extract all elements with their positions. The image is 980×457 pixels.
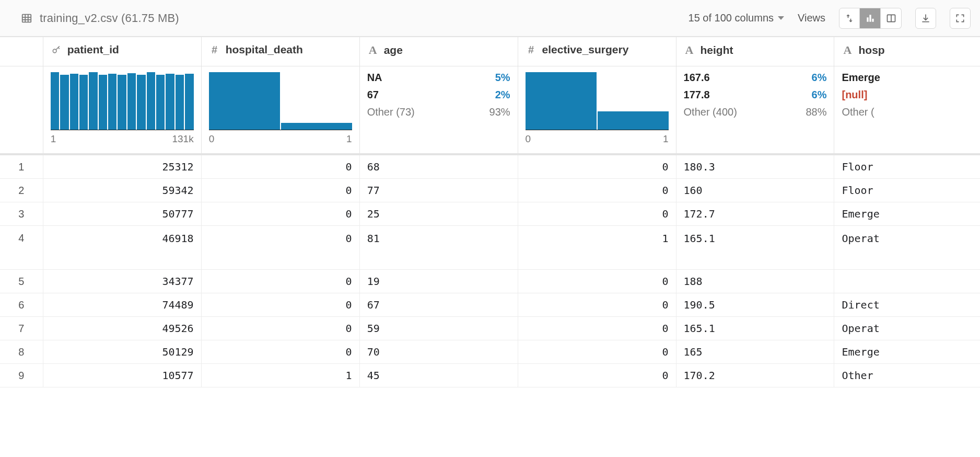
column-header-elective_surgery[interactable]: #elective_surgery	[518, 37, 676, 66]
table-row: 7495260590165.1Operat	[0, 317, 980, 340]
data-grid: patient_id#hospital_deathAage#elective_s…	[0, 37, 980, 387]
cell-hosp[interactable]: Emerge	[834, 202, 980, 226]
axis-min: 0	[209, 133, 215, 145]
cell-height[interactable]: 170.2	[676, 364, 834, 387]
cell-age[interactable]: 81	[359, 226, 518, 270]
top-value: 167.6	[684, 72, 710, 84]
top-value: 177.8	[684, 89, 710, 101]
column-header-age[interactable]: Aage	[359, 37, 518, 66]
cell-age[interactable]: 59	[359, 317, 518, 340]
cell-age[interactable]: 25	[359, 202, 518, 226]
cell-height[interactable]: 165.1	[676, 317, 834, 340]
row-number: 2	[0, 179, 43, 202]
cell-height[interactable]: 165.1	[676, 226, 834, 270]
top-value-pct: 2%	[495, 89, 510, 101]
cell-patient_id[interactable]: 59342	[43, 179, 201, 202]
cell-age[interactable]: 68	[359, 154, 518, 179]
cell-patient_id[interactable]: 46918	[43, 226, 201, 270]
fullscreen-button[interactable]	[950, 8, 971, 29]
cell-hospital_death[interactable]: 0	[201, 270, 359, 293]
cell-hosp[interactable]: Floor	[834, 179, 980, 202]
cell-elective_surgery[interactable]: 1	[518, 226, 676, 270]
cell-patient_id[interactable]: 74489	[43, 293, 201, 317]
table-row: 8501290700165Emerge	[0, 340, 980, 364]
cell-elective_surgery[interactable]: 0	[518, 317, 676, 340]
column-name-label: age	[384, 44, 403, 56]
hist-bar	[60, 75, 68, 130]
chevron-down-icon	[778, 16, 784, 20]
hist-bar	[147, 72, 155, 130]
cell-patient_id[interactable]: 49526	[43, 317, 201, 340]
row-number: 3	[0, 202, 43, 226]
cell-age[interactable]: 77	[359, 179, 518, 202]
cell-hosp[interactable]: Emerge	[834, 340, 980, 364]
cell-hosp[interactable]: Floor	[834, 154, 980, 179]
column-name-label: hospital_death	[226, 43, 303, 56]
cell-height[interactable]: 188	[676, 270, 834, 293]
cell-elective_surgery[interactable]: 0	[518, 202, 676, 226]
hist-bar	[176, 75, 184, 130]
cell-patient_id[interactable]: 50777	[43, 202, 201, 226]
cell-hosp[interactable]: Operat	[834, 226, 980, 270]
views-button[interactable]: Views	[798, 12, 825, 24]
cell-age[interactable]: 67	[359, 293, 518, 317]
cell-hosp[interactable]: Other	[834, 364, 980, 387]
cell-hospital_death[interactable]: 0	[201, 317, 359, 340]
cell-height[interactable]: 172.7	[676, 202, 834, 226]
rownum-stat	[0, 66, 43, 155]
cell-hospital_death[interactable]: 0	[201, 202, 359, 226]
cell-hospital_death[interactable]: 0	[201, 226, 359, 270]
cell-age[interactable]: 19	[359, 270, 518, 293]
hist-bar	[598, 111, 669, 130]
cell-hosp[interactable]: Operat	[834, 317, 980, 340]
column-header-patient_id[interactable]: patient_id	[43, 37, 201, 66]
cell-patient_id[interactable]: 10577	[43, 364, 201, 387]
hist-bar	[51, 72, 59, 130]
cell-elective_surgery[interactable]: 0	[518, 179, 676, 202]
split-view-button[interactable]	[881, 8, 902, 29]
cell-height[interactable]: 180.3	[676, 154, 834, 179]
cell-elective_surgery[interactable]: 0	[518, 293, 676, 317]
cell-patient_id[interactable]: 25312	[43, 154, 201, 179]
cell-hospital_death[interactable]: 0	[201, 154, 359, 179]
top-other: Other (	[842, 106, 874, 118]
cell-hospital_death[interactable]: 1	[201, 364, 359, 387]
cell-hospital_death[interactable]: 0	[201, 340, 359, 364]
top-other: Other (400)	[684, 106, 737, 118]
columns-dropdown[interactable]: 15 of 100 columns	[689, 12, 784, 24]
compact-view-button[interactable]	[839, 8, 860, 29]
cell-patient_id[interactable]: 50129	[43, 340, 201, 364]
cell-height[interactable]: 165	[676, 340, 834, 364]
fullscreen-group	[950, 8, 971, 29]
cell-height[interactable]: 190.5	[676, 293, 834, 317]
row-number: 6	[0, 293, 43, 317]
top-other-pct: 93%	[489, 106, 510, 118]
cell-age[interactable]: 45	[359, 364, 518, 387]
chart-view-button[interactable]	[860, 8, 881, 29]
cell-hospital_death[interactable]: 0	[201, 179, 359, 202]
top-value: [null]	[842, 89, 867, 101]
cell-hospital_death[interactable]: 0	[201, 293, 359, 317]
top-value: NA	[367, 72, 382, 84]
cell-elective_surgery[interactable]: 0	[518, 154, 676, 179]
column-header-hosp[interactable]: Ahosp	[834, 37, 980, 66]
table-row: 6744890670190.5Direct	[0, 293, 980, 317]
cell-hosp[interactable]: Direct	[834, 293, 980, 317]
table-icon	[21, 13, 32, 24]
cell-elective_surgery[interactable]: 0	[518, 270, 676, 293]
hist-bar	[89, 72, 97, 130]
cell-hosp[interactable]	[834, 270, 980, 293]
columns-dropdown-label: 15 of 100 columns	[689, 12, 774, 24]
cell-elective_surgery[interactable]: 0	[518, 364, 676, 387]
cell-elective_surgery[interactable]: 0	[518, 340, 676, 364]
column-header-hospital_death[interactable]: #hospital_death	[201, 37, 359, 66]
cell-age[interactable]: 70	[359, 340, 518, 364]
download-button[interactable]	[915, 8, 936, 29]
column-header-height[interactable]: Aheight	[676, 37, 834, 66]
table-row: 4469180811165.1Operat	[0, 226, 980, 270]
top-value-pct: 6%	[812, 89, 827, 101]
cell-patient_id[interactable]: 34377	[43, 270, 201, 293]
cell-height[interactable]: 160	[676, 179, 834, 202]
svg-rect-5	[867, 17, 868, 21]
axis-max: 1	[663, 133, 669, 145]
